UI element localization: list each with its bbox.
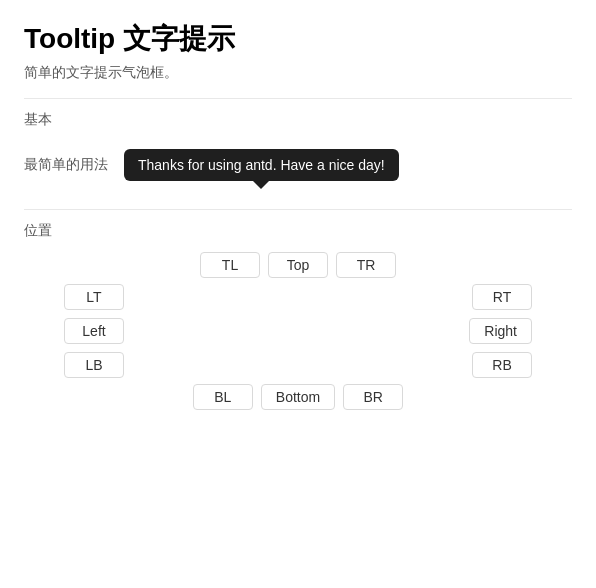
left-col: LT Left LB (64, 284, 124, 378)
btn-rt[interactable]: RT (472, 284, 532, 310)
basic-row-label: 最简单的用法 (24, 156, 108, 174)
btn-tr[interactable]: TR (336, 252, 396, 278)
right-col: RT Right RB (469, 284, 532, 378)
btn-tl[interactable]: TL (200, 252, 260, 278)
bottom-row: BL Bottom BR (193, 384, 403, 410)
btn-right[interactable]: Right (469, 318, 532, 344)
btn-top[interactable]: Top (268, 252, 328, 278)
btn-left[interactable]: Left (64, 318, 124, 344)
middle-row: LT Left LB RT Right RB (24, 284, 572, 378)
basic-row: 最简单的用法 Thanks for using antd. Have a nic… (24, 141, 572, 189)
position-grid: TL Top TR LT Left LB RT Right RB BL Bott… (24, 252, 572, 410)
basic-section: 基本 最简单的用法 Thanks for using antd. Have a … (24, 111, 572, 189)
page-subtitle: 简单的文字提示气泡框。 (24, 64, 572, 82)
position-section: 位置 TL Top TR LT Left LB RT Right RB BL B… (24, 222, 572, 410)
position-divider (24, 209, 572, 210)
btn-bottom[interactable]: Bottom (261, 384, 335, 410)
btn-lt[interactable]: LT (64, 284, 124, 310)
tooltip-bubble: Thanks for using antd. Have a nice day! (124, 149, 399, 181)
btn-rb[interactable]: RB (472, 352, 532, 378)
page-title: Tooltip 文字提示 (24, 20, 572, 58)
btn-br[interactable]: BR (343, 384, 403, 410)
top-row: TL Top TR (200, 252, 396, 278)
position-section-label: 位置 (24, 222, 572, 240)
btn-bl[interactable]: BL (193, 384, 253, 410)
basic-section-label: 基本 (24, 111, 572, 129)
btn-lb[interactable]: LB (64, 352, 124, 378)
basic-divider (24, 98, 572, 99)
